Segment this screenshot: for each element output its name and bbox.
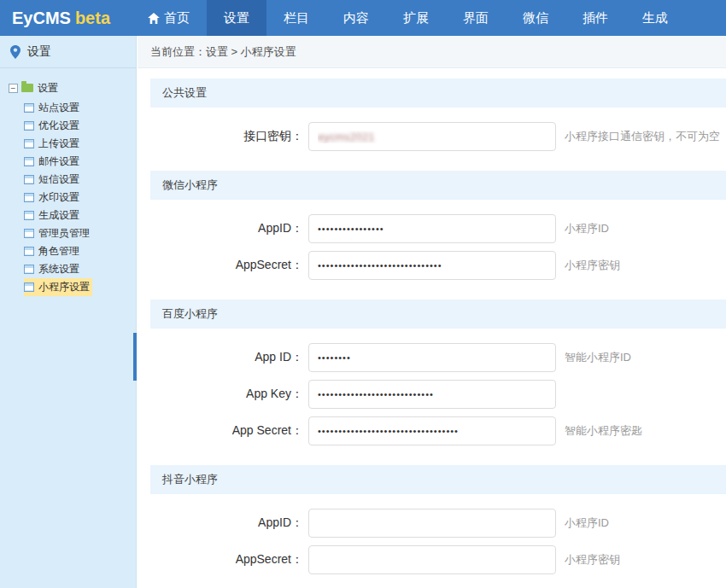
nav-item-label: 微信 bbox=[523, 10, 548, 26]
form-row: App ID： 智能小程序ID bbox=[150, 343, 726, 372]
nav-item-content[interactable]: 内容 bbox=[326, 0, 386, 36]
section-douyin-fields: AppID： 小程序ID AppSecret： 小程序密钥 bbox=[150, 494, 726, 584]
nav-item-label: 扩展 bbox=[403, 10, 429, 26]
brand-suffix: beta bbox=[75, 9, 110, 28]
brand-name: EyCMS bbox=[12, 9, 71, 28]
douyin-appsecret-input[interactable] bbox=[308, 545, 556, 574]
tree-item-label: 站点设置 bbox=[38, 101, 79, 115]
section-header-douyin: 抖音小程序 bbox=[150, 465, 726, 494]
field-label: App Key： bbox=[150, 387, 308, 402]
section-baidu-fields: App ID： 智能小程序ID App Key： App Secret： 智能小… bbox=[150, 329, 726, 455]
brand-logo[interactable]: EyCMS beta bbox=[0, 0, 126, 36]
sidebar-scrollbar-thumb[interactable] bbox=[133, 333, 137, 381]
tree-item-site-settings[interactable]: 站点设置 bbox=[24, 99, 82, 117]
table-icon bbox=[24, 121, 34, 131]
nav-item-plugins[interactable]: 插件 bbox=[565, 0, 625, 36]
section-header-common: 公共设置 bbox=[150, 79, 726, 108]
field-label: AppID： bbox=[150, 221, 308, 236]
tree-item-label: 管理员管理 bbox=[38, 226, 90, 241]
map-pin-icon bbox=[10, 45, 20, 59]
tree-children: 站点设置 优化设置 上传设置 邮件设置 短信设置 水印设置 bbox=[24, 99, 131, 296]
field-label: AppSecret： bbox=[150, 552, 308, 568]
tree-item-sms-settings[interactable]: 短信设置 bbox=[24, 171, 82, 189]
section-header-baidu: 百度小程序 bbox=[150, 300, 726, 329]
settings-tree: − 设置 站点设置 优化设置 上传设置 邮件设置 短信设置 bbox=[0, 68, 136, 296]
tree-item-system-settings[interactable]: 系统设置 bbox=[24, 260, 82, 278]
nav-item-label: 设置 bbox=[224, 10, 249, 26]
nav-item-columns[interactable]: 栏目 bbox=[266, 0, 326, 36]
tree-item-mail-settings[interactable]: 邮件设置 bbox=[24, 153, 82, 171]
tree-item-label: 角色管理 bbox=[38, 244, 79, 259]
form-row: AppSecret： 小程序密钥 bbox=[150, 545, 726, 574]
baidu-appkey-input[interactable] bbox=[308, 380, 556, 409]
field-label: App ID： bbox=[150, 350, 308, 365]
field-hint: 小程序ID bbox=[565, 515, 609, 531]
field-label: App Secret： bbox=[150, 423, 308, 439]
table-icon bbox=[24, 175, 34, 184]
api-key-input[interactable] bbox=[308, 122, 556, 151]
tree-item-upload-settings[interactable]: 上传设置 bbox=[24, 135, 82, 153]
table-icon bbox=[24, 229, 34, 238]
table-icon bbox=[24, 247, 34, 256]
field-hint: 小程序密钥 bbox=[565, 258, 620, 273]
sidebar-header: 设置 bbox=[0, 36, 136, 68]
form-row: App Key： bbox=[150, 380, 726, 409]
form-row: App Secret： 智能小程序密匙 bbox=[150, 416, 726, 445]
form-row: AppID： 小程序ID bbox=[150, 214, 726, 243]
section-common-fields: 接口密钥： 小程序接口通信密钥，不可为空 bbox=[150, 108, 726, 160]
nav-item-label: 内容 bbox=[343, 10, 369, 26]
field-label: AppSecret： bbox=[150, 258, 308, 273]
section-header-wechat: 微信小程序 bbox=[150, 171, 726, 200]
form-row: AppID： 小程序ID bbox=[150, 509, 726, 538]
table-icon bbox=[24, 282, 34, 292]
nav-item-settings[interactable]: 设置 bbox=[207, 0, 266, 36]
tree-item-admin-manage[interactable]: 管理员管理 bbox=[24, 224, 92, 242]
table-icon bbox=[24, 211, 34, 220]
tree-item-miniprogram-settings[interactable]: 小程序设置 bbox=[24, 278, 92, 296]
sidebar: 设置 − 设置 站点设置 优化设置 上传设置 邮件设置 bbox=[0, 36, 137, 588]
field-hint: 小程序密钥 bbox=[565, 552, 620, 568]
tree-item-label: 生成设置 bbox=[38, 208, 79, 223]
tree-item-watermark-settings[interactable]: 水印设置 bbox=[24, 189, 82, 207]
tree-item-generate-settings[interactable]: 生成设置 bbox=[24, 207, 82, 224]
main-nav: 首页 设置 栏目 内容 扩展 界面 微信 插件 生成 bbox=[131, 0, 685, 36]
miniprogram-settings-form: 公共设置 接口密钥： 小程序接口通信密钥，不可为空 微信小程序 AppID： 小… bbox=[138, 68, 726, 588]
tree-root-label[interactable]: 设置 bbox=[38, 81, 58, 96]
table-icon bbox=[24, 157, 34, 166]
field-hint: 小程序接口通信密钥，不可为空 bbox=[565, 129, 720, 144]
douyin-appid-input[interactable] bbox=[308, 509, 556, 538]
tree-item-label: 水印设置 bbox=[38, 190, 79, 205]
wechat-appid-input[interactable] bbox=[308, 214, 556, 243]
field-hint: 智能小程序ID bbox=[565, 350, 631, 365]
wechat-appsecret-input[interactable] bbox=[308, 251, 556, 280]
nav-item-home[interactable]: 首页 bbox=[131, 0, 207, 36]
tree-root[interactable]: − 设置 bbox=[9, 79, 131, 97]
field-hint: 小程序ID bbox=[565, 221, 609, 236]
tree-collapse-icon[interactable]: − bbox=[9, 84, 18, 93]
nav-item-interface[interactable]: 界面 bbox=[446, 0, 506, 36]
section-wechat-fields: AppID： 小程序ID AppSecret： 小程序密钥 bbox=[150, 200, 726, 289]
form-row: 接口密钥： 小程序接口通信密钥，不可为空 bbox=[150, 122, 726, 151]
tree-item-role-manage[interactable]: 角色管理 bbox=[24, 242, 82, 260]
tree-item-label: 系统设置 bbox=[38, 262, 79, 277]
table-icon bbox=[24, 103, 34, 113]
tree-item-label: 优化设置 bbox=[38, 119, 79, 133]
baidu-appid-input[interactable] bbox=[308, 343, 556, 372]
top-navbar: EyCMS beta 首页 设置 栏目 内容 扩展 界面 微信 插件 bbox=[0, 0, 726, 36]
tree-item-seo-settings[interactable]: 优化设置 bbox=[24, 117, 82, 135]
tree-item-label: 上传设置 bbox=[38, 137, 79, 151]
nav-item-extensions[interactable]: 扩展 bbox=[386, 0, 446, 36]
tree-item-label: 小程序设置 bbox=[38, 280, 90, 294]
form-row: AppSecret： 小程序密钥 bbox=[150, 251, 726, 280]
table-icon bbox=[24, 193, 34, 202]
nav-item-label: 界面 bbox=[463, 10, 489, 26]
tree-item-label: 短信设置 bbox=[38, 172, 79, 187]
nav-item-wechat[interactable]: 微信 bbox=[506, 0, 565, 36]
home-icon bbox=[148, 13, 160, 24]
table-icon bbox=[24, 139, 34, 148]
nav-item-label: 栏目 bbox=[284, 10, 309, 26]
baidu-appsecret-input[interactable] bbox=[308, 416, 556, 445]
main-area: 当前位置：设置 > 小程序设置 公共设置 接口密钥： 小程序接口通信密钥，不可为… bbox=[138, 36, 726, 588]
nav-item-label: 生成 bbox=[642, 10, 668, 26]
nav-item-generate[interactable]: 生成 bbox=[625, 0, 685, 36]
